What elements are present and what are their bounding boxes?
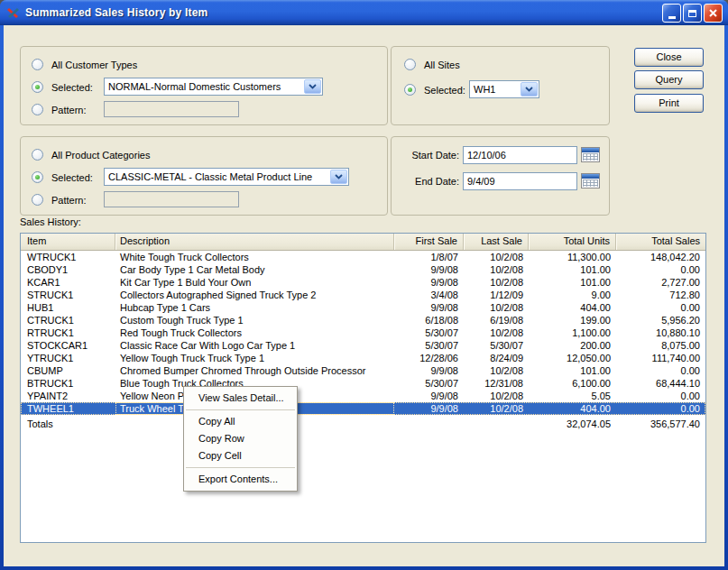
cell-first-sale[interactable]: 9/9/08: [394, 390, 464, 402]
cell-last-sale[interactable]: 5/30/07: [464, 339, 529, 352]
table-row[interactable]: YPAINT2Yellow Neon Pa9/9/0810/2/085.050.…: [21, 390, 705, 402]
cell-total-units[interactable]: 9.00: [529, 289, 616, 301]
cell-total-sales[interactable]: 0.00: [616, 263, 705, 276]
table-row[interactable]: WTRUCK1White Tough Truck Collectors1/8/0…: [21, 251, 705, 263]
site-selected-radio[interactable]: [404, 84, 416, 96]
cell-first-sale[interactable]: 9/9/08: [394, 276, 464, 289]
cell-item[interactable]: CTRUCK1: [21, 314, 115, 326]
cell-item[interactable]: CBUMP: [21, 364, 115, 377]
cell-total-units[interactable]: 6,100.00: [529, 377, 616, 390]
maximize-button[interactable]: [683, 4, 702, 23]
cell-description[interactable]: Hubcap Type 1 Cars: [115, 301, 394, 314]
cell-description[interactable]: Chromed Bumper Chromed Through Outside P…: [115, 364, 394, 377]
cell-total-sales[interactable]: 68,444.10: [616, 377, 705, 390]
column-header-description[interactable]: Description: [115, 234, 394, 250]
category-selected-radio[interactable]: [32, 171, 43, 183]
table-row[interactable]: YTRUCK1Yellow Tough Truck Truck Type 112…: [21, 352, 705, 364]
all-product-categories-radio[interactable]: [32, 149, 43, 161]
cell-total-units[interactable]: 11,300.00: [529, 251, 616, 263]
cell-first-sale[interactable]: 3/4/08: [394, 289, 464, 301]
cell-item[interactable]: BTRUCK1: [21, 377, 115, 390]
close-window-button[interactable]: [704, 4, 723, 23]
table-row[interactable]: CTRUCK1Custom Tough Truck Type 16/18/086…: [21, 314, 705, 326]
cell-first-sale[interactable]: 1/8/07: [394, 251, 464, 263]
cell-item[interactable]: YPAINT2: [21, 390, 115, 402]
menu-item-copy-all[interactable]: Copy All: [184, 413, 297, 430]
cell-total-units[interactable]: 101.00: [529, 263, 616, 276]
cell-last-sale[interactable]: 10/2/08: [464, 276, 529, 289]
customer-combo-dropdown-button[interactable]: [304, 79, 321, 94]
cell-total-sales[interactable]: 0.00: [616, 390, 705, 402]
all-customer-types-radio[interactable]: [32, 59, 43, 70]
customer-pattern-radio[interactable]: [32, 104, 43, 115]
cell-total-units[interactable]: 12,050.00: [529, 352, 616, 364]
cell-total-sales[interactable]: 712.80: [616, 289, 705, 301]
column-header-total-units[interactable]: Total Units: [529, 234, 616, 250]
table-row[interactable]: CBUMPChromed Bumper Chromed Through Outs…: [21, 364, 705, 377]
cell-first-sale[interactable]: 5/30/07: [394, 339, 464, 352]
cell-last-sale[interactable]: 10/2/08: [464, 390, 529, 402]
table-row[interactable]: HUB1Hubcap Type 1 Cars9/9/0810/2/08404.0…: [21, 301, 705, 314]
menu-item-view-sales-detail[interactable]: View Sales Detail...: [184, 390, 297, 407]
cell-total-units[interactable]: 199.00: [529, 314, 616, 326]
cell-description[interactable]: Classic Race Car With Logo Car Type 1: [115, 339, 394, 352]
column-header-last-sale[interactable]: Last Sale: [464, 234, 529, 250]
cell-item[interactable]: WTRUCK1: [21, 251, 115, 263]
cell-first-sale[interactable]: 12/28/06: [394, 352, 464, 364]
titlebar[interactable]: Summarized Sales History by Item: [0, 0, 728, 25]
cell-item[interactable]: STOCKCAR1: [21, 339, 115, 352]
table-row[interactable]: BTRUCK1Blue Tough Truck Collectors5/30/0…: [21, 377, 705, 390]
cell-total-sales[interactable]: 0.00: [616, 301, 705, 314]
cell-item[interactable]: YTRUCK1: [21, 352, 115, 364]
start-date-calendar-button[interactable]: [581, 147, 600, 162]
category-combo[interactable]: CLASSIC-METAL - Classic Metal Product Li…: [104, 168, 349, 186]
cell-total-sales[interactable]: 0.00: [616, 364, 705, 377]
cell-first-sale[interactable]: 6/18/08: [394, 314, 464, 326]
cell-description[interactable]: Yellow Tough Truck Truck Type 1: [115, 352, 394, 364]
minimize-button[interactable]: [662, 4, 681, 23]
cell-total-units[interactable]: 5.05: [529, 390, 616, 402]
site-combo-dropdown-button[interactable]: [521, 82, 538, 97]
end-date-input[interactable]: 9/4/09: [463, 172, 577, 190]
category-pattern-input[interactable]: [104, 191, 239, 207]
cell-total-sales[interactable]: 2,727.00: [616, 276, 705, 289]
cell-item[interactable]: STRUCK1: [21, 289, 115, 301]
column-header-item[interactable]: Item: [21, 234, 115, 250]
close-button[interactable]: Close: [634, 48, 704, 67]
cell-description[interactable]: Kit Car Type 1 Buld Your Own: [115, 276, 394, 289]
cell-first-sale[interactable]: 9/9/08: [394, 402, 464, 415]
cell-description[interactable]: Custom Tough Truck Type 1: [115, 314, 394, 326]
table-row[interactable]: TWHEEL1Truck Wheel Ty9/9/0810/2/08404.00…: [21, 402, 705, 415]
cell-total-units[interactable]: 101.00: [529, 276, 616, 289]
cell-item[interactable]: HUB1: [21, 301, 115, 314]
cell-item[interactable]: RTRUCK1: [21, 326, 115, 339]
menu-item-copy-row[interactable]: Copy Row: [184, 430, 297, 447]
end-date-calendar-button[interactable]: [581, 173, 600, 188]
table-row[interactable]: KCAR1Kit Car Type 1 Buld Your Own9/9/081…: [21, 276, 705, 289]
table-row[interactable]: CBODY1Car Body Type 1 Car Metal Body9/9/…: [21, 263, 705, 276]
cell-last-sale[interactable]: 10/2/08: [464, 251, 529, 263]
category-combo-dropdown-button[interactable]: [330, 170, 347, 184]
cell-first-sale[interactable]: 5/30/07: [394, 326, 464, 339]
cell-first-sale[interactable]: 9/9/08: [394, 364, 464, 377]
customer-combo[interactable]: NORMAL-Normal Domestic Customers: [104, 78, 323, 96]
cell-first-sale[interactable]: 5/30/07: [394, 377, 464, 390]
cell-total-units[interactable]: 404.00: [529, 402, 616, 415]
cell-total-units[interactable]: 101.00: [529, 364, 616, 377]
cell-total-sales[interactable]: 10,880.10: [616, 326, 705, 339]
cell-last-sale[interactable]: 6/19/08: [464, 314, 529, 326]
cell-last-sale[interactable]: 10/2/08: [464, 301, 529, 314]
table-row[interactable]: RTRUCK1Red Tough Truck Collectors5/30/07…: [21, 326, 705, 339]
cell-description[interactable]: Car Body Type 1 Car Metal Body: [115, 263, 394, 276]
start-date-input[interactable]: 12/10/06: [463, 146, 577, 164]
cell-total-units[interactable]: 200.00: [529, 339, 616, 352]
cell-total-units[interactable]: 404.00: [529, 301, 616, 314]
cell-last-sale[interactable]: 1/12/09: [464, 289, 529, 301]
column-header-total-sales[interactable]: Total Sales: [616, 234, 705, 250]
cell-total-sales[interactable]: 0.00: [616, 402, 705, 415]
print-button[interactable]: Print: [634, 94, 704, 113]
cell-total-sales[interactable]: 148,042.20: [616, 251, 705, 263]
category-pattern-radio[interactable]: [32, 194, 43, 206]
cell-item[interactable]: CBODY1: [21, 263, 115, 276]
menu-item-copy-cell[interactable]: Copy Cell: [184, 447, 297, 464]
